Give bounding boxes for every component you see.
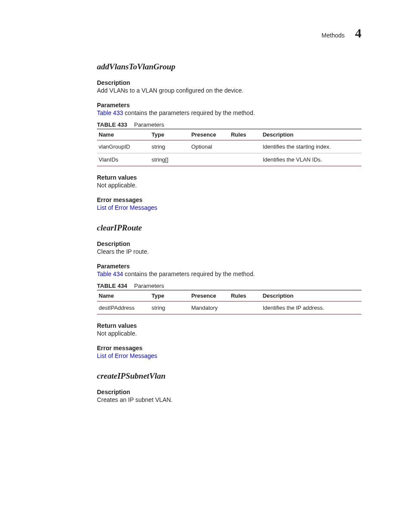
cell-rules — [229, 153, 261, 166]
col-rules: Rules — [229, 129, 261, 140]
cell-type: string[] — [150, 153, 190, 166]
parameters-label: Parameters — [97, 263, 361, 270]
cell-presence: Optional — [190, 140, 229, 153]
description-label: Description — [97, 240, 361, 247]
cell-name: VlanIDs — [97, 153, 150, 166]
parameters-text: Table 433 contains the parameters requir… — [97, 109, 361, 116]
return-text: Not applicable. — [97, 330, 361, 337]
method-heading: createIPSubnetVlan — [97, 371, 361, 381]
table-caption-text: Parameters — [134, 121, 164, 128]
method-heading: clearIPRoute — [97, 223, 361, 233]
cell-type: string — [150, 140, 190, 153]
errors-label: Error messages — [97, 196, 361, 203]
col-type: Type — [150, 129, 190, 140]
error-messages-link[interactable]: List of Error Messages — [97, 204, 157, 211]
cell-description: Identifies the starting index. — [261, 140, 361, 153]
cell-rules — [229, 302, 261, 314]
params-sentence: contains the parameters required by the … — [123, 271, 255, 277]
table-reference-link[interactable]: Table 434 — [97, 271, 123, 277]
col-name: Name — [97, 129, 150, 140]
table-caption: TABLE 434Parameters — [97, 283, 361, 289]
parameters-table: Name Type Presence Rules Description des… — [97, 290, 361, 314]
col-rules: Rules — [229, 290, 261, 302]
col-presence: Presence — [190, 290, 229, 302]
cell-description: Identifies the IP address. — [261, 302, 361, 314]
description-label: Description — [97, 389, 361, 395]
table-caption-text: Parameters — [134, 283, 164, 289]
col-description: Description — [261, 129, 361, 140]
chapter-number: 4 — [355, 26, 361, 40]
cell-presence: Mandatory — [190, 302, 229, 314]
col-type: Type — [150, 290, 190, 302]
params-sentence: contains the parameters required by the … — [123, 109, 255, 116]
table-number: TABLE 433 — [97, 121, 127, 128]
col-description: Description — [261, 290, 361, 302]
table-row: destIPAddress string Mandatory Identifie… — [97, 302, 361, 314]
col-presence: Presence — [190, 129, 229, 140]
return-text: Not applicable. — [97, 182, 361, 189]
section-name: Methods — [321, 32, 345, 39]
description-text: Clears the IP route. — [97, 248, 361, 255]
errors-label: Error messages — [97, 345, 361, 352]
return-label: Return values — [97, 322, 361, 329]
description-label: Description — [97, 79, 361, 86]
table-caption: TABLE 433Parameters — [97, 121, 361, 128]
cell-name: destIPAddress — [97, 302, 150, 314]
cell-name: vlanGroupID — [97, 140, 150, 153]
page-header: Methods 4 — [97, 26, 361, 40]
method-heading: addVlansToVlanGroup — [97, 62, 361, 72]
table-row: VlanIDs string[] Identifies the VLAN IDs… — [97, 153, 361, 166]
error-messages-link[interactable]: List of Error Messages — [97, 352, 157, 359]
parameters-label: Parameters — [97, 102, 361, 109]
col-name: Name — [97, 290, 150, 302]
table-row: vlanGroupID string Optional Identifies t… — [97, 140, 361, 153]
table-reference-link[interactable]: Table 433 — [97, 109, 123, 116]
cell-rules — [229, 140, 261, 153]
table-number: TABLE 434 — [97, 283, 127, 289]
description-text: Add VLANs to a VLAN group configured on … — [97, 87, 361, 94]
cell-type: string — [150, 302, 190, 314]
cell-presence — [190, 153, 229, 166]
cell-description: Identifies the VLAN IDs. — [261, 153, 361, 166]
return-label: Return values — [97, 174, 361, 181]
parameters-text: Table 434 contains the parameters requir… — [97, 271, 361, 277]
parameters-table: Name Type Presence Rules Description vla… — [97, 129, 361, 166]
description-text: Creates an IP subnet VLAN. — [97, 396, 361, 403]
